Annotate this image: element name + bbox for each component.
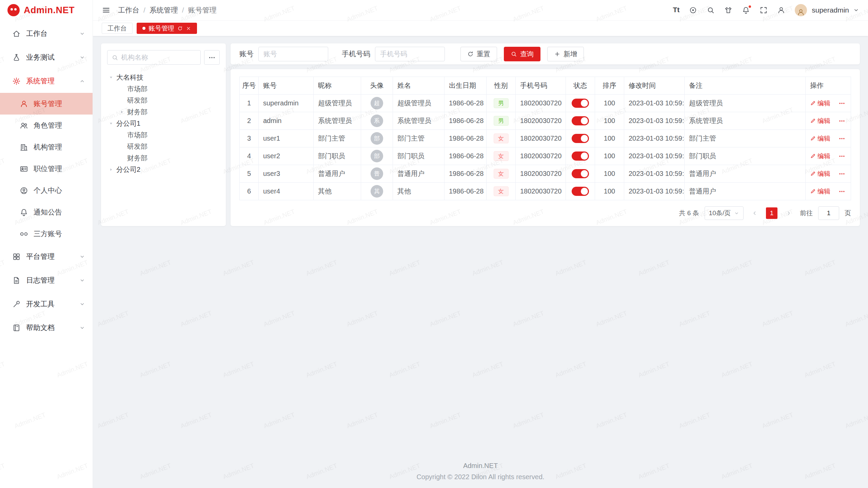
edit-button[interactable]: 编辑 [810, 117, 830, 125]
cell-nickname: 其他 [314, 183, 361, 200]
column-header: 昵称 [314, 77, 361, 95]
account-input[interactable] [258, 47, 328, 61]
breadcrumb-item[interactable]: 系统管理 [150, 5, 178, 15]
edit-button[interactable]: 编辑 [810, 187, 830, 196]
chevron-left-icon [752, 210, 758, 216]
sidebar-item[interactable]: 通知公告 [0, 201, 93, 223]
caret-icon[interactable] [108, 167, 114, 172]
status-toggle[interactable] [572, 187, 589, 196]
org-search-field[interactable] [107, 50, 201, 65]
table-row: 5 user3 普通用户 普 普通用户 1986-06-28 女 1802003… [240, 165, 851, 183]
user-menu-chevron-icon[interactable] [853, 7, 859, 13]
search-button[interactable]: 查询 [504, 47, 540, 61]
notification-bell-icon[interactable] [742, 6, 750, 14]
edit-button[interactable]: 编辑 [810, 152, 830, 161]
tab[interactable]: 工作台 [102, 23, 133, 34]
sidebar-item[interactable]: 日志管理 [0, 268, 93, 292]
row-more-button[interactable] [839, 188, 845, 195]
row-more-button[interactable] [839, 135, 845, 142]
status-toggle[interactable] [572, 99, 589, 108]
caret-icon[interactable] [119, 109, 124, 115]
theme-icon[interactable] [724, 6, 732, 14]
cell-birthdate: 1986-06-28 [445, 147, 487, 165]
sidebar-item[interactable]: 系统管理 [0, 69, 93, 93]
row-more-button[interactable] [839, 118, 845, 124]
org-search-input[interactable] [121, 54, 196, 61]
row-more-button[interactable] [839, 153, 845, 160]
goto-page-input[interactable] [818, 206, 839, 220]
cell-modified-time: 2023-01-03 10:59:44 [624, 95, 685, 112]
tree-node[interactable]: 研发部 [107, 141, 220, 152]
sidebar-item[interactable]: 工作台 [0, 22, 93, 45]
cell-modified-time: 2023-01-03 10:59:44 [624, 112, 685, 130]
tree-node[interactable]: 财务部 [107, 106, 220, 118]
account-label: 账号 [239, 49, 254, 59]
caret-icon[interactable] [108, 75, 114, 80]
phone-input[interactable] [375, 47, 445, 61]
edit-button[interactable]: 编辑 [810, 169, 830, 178]
sidebar-item-label: 业务测试 [26, 53, 76, 62]
tree-more-button[interactable] [204, 50, 220, 65]
cell-name: 部门职员 [393, 147, 445, 165]
cell-nickname: 普通用户 [314, 165, 361, 183]
sidebar-item[interactable]: 账号管理 [0, 93, 93, 115]
tree-node-label: 研发部 [127, 96, 147, 105]
tree-node[interactable]: 市场部 [107, 129, 220, 141]
caret-icon[interactable] [108, 121, 114, 126]
tree-node-label: 分公司2 [116, 165, 140, 174]
status-toggle[interactable] [572, 151, 589, 161]
search-icon[interactable] [707, 6, 715, 14]
cell-phone: 18020030720 [516, 165, 566, 183]
cell-order: 100 [595, 147, 624, 165]
tab-close-icon[interactable] [186, 26, 191, 31]
breadcrumb: 工作台 / 系统管理 / 账号管理 [118, 5, 217, 15]
sidebar-item[interactable]: 帮助文档 [0, 316, 93, 340]
tree-node[interactable]: 分公司1 [107, 118, 220, 129]
profile-icon[interactable] [777, 6, 785, 14]
tree-node[interactable]: 大名科技 [107, 72, 220, 83]
sidebar-item[interactable]: 三方账号 [0, 223, 93, 245]
chevron-down-icon [79, 278, 85, 283]
tree-node[interactable]: 分公司2 [107, 164, 220, 175]
status-toggle[interactable] [572, 116, 589, 125]
breadcrumb-item-current: 账号管理 [188, 5, 217, 15]
page-number-button[interactable]: 1 [766, 207, 777, 219]
row-avatar: 系 [371, 115, 383, 127]
status-toggle[interactable] [572, 134, 589, 143]
next-page-button[interactable] [783, 207, 794, 219]
search-icon [112, 54, 118, 61]
user-avatar[interactable] [795, 4, 807, 16]
sidebar-item[interactable]: 业务测试 [0, 45, 93, 69]
sidebar-item[interactable]: 机构管理 [0, 136, 93, 158]
prev-page-button[interactable] [749, 207, 761, 219]
header-actions: Tt superadmin [673, 4, 859, 16]
tab-refresh-icon[interactable] [177, 26, 183, 31]
edit-button[interactable]: 编辑 [810, 134, 830, 143]
tree-node[interactable]: 财务部 [107, 152, 220, 164]
breadcrumb-item[interactable]: 工作台 [118, 5, 139, 15]
sidebar-item[interactable]: 角色管理 [0, 115, 93, 136]
tab[interactable]: 账号管理 [137, 23, 197, 34]
tree-node[interactable]: 研发部 [107, 95, 220, 106]
org-tree-panel: 大名科技 市场部 研发部 [101, 43, 226, 226]
row-more-button[interactable] [839, 170, 845, 177]
add-button[interactable]: 新增 [547, 47, 584, 61]
username[interactable]: superadmin [812, 6, 849, 14]
collapse-sidebar-icon[interactable] [102, 6, 111, 15]
status-toggle[interactable] [572, 169, 589, 178]
reset-button[interactable]: 重置 [460, 47, 497, 61]
sidebar-item[interactable]: 个人中心 [0, 180, 93, 201]
font-size-icon[interactable]: Tt [673, 6, 679, 14]
brand[interactable]: Admin.NET [0, 0, 93, 20]
edit-icon [810, 100, 816, 106]
sidebar: Admin.NET 工作台 业务测试 系统管理 [0, 0, 93, 488]
component-size-icon[interactable] [689, 6, 697, 14]
sidebar-item[interactable]: 平台管理 [0, 245, 93, 268]
row-more-button[interactable] [839, 100, 845, 107]
page-size-select[interactable]: 10条/页 [705, 206, 744, 220]
sidebar-item[interactable]: 开发工具 [0, 292, 93, 316]
fullscreen-icon[interactable] [760, 6, 768, 14]
edit-button[interactable]: 编辑 [810, 99, 830, 108]
sidebar-item[interactable]: 职位管理 [0, 158, 93, 180]
tree-node[interactable]: 市场部 [107, 83, 220, 95]
